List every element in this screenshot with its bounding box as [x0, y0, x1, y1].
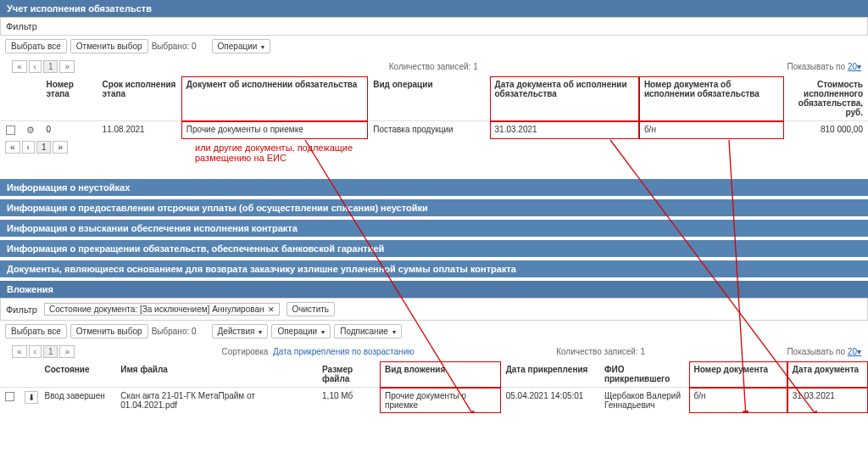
- caret-down-icon: [391, 327, 396, 336]
- p1-filter-bar[interactable]: Фильтр: [0, 17, 868, 36]
- p2-meta-row: « ‹ 1 » Сортировка Дата прикрепления по …: [0, 342, 868, 361]
- section-penalties[interactable]: Информация о неустойках: [0, 179, 868, 196]
- pager-page-1[interactable]: 1: [43, 60, 58, 73]
- p2-actions-btn[interactable]: Действия: [212, 324, 269, 338]
- panel-attachments-header: Вложения: [0, 281, 868, 298]
- pager-next[interactable]: »: [53, 141, 68, 154]
- p2-select-all-btn[interactable]: Выбрать все: [5, 324, 67, 338]
- th-cost[interactable]: Стоимость исполненного обязательства, ру…: [784, 76, 868, 121]
- cell-cost: 810 000,00: [784, 121, 868, 140]
- th-stage[interactable]: Номер этапа: [41, 76, 97, 121]
- table-row[interactable]: 0 11.08.2021 Прочие документы о приемке …: [0, 121, 868, 140]
- p2-clear-btn[interactable]: Очистить: [287, 302, 336, 316]
- cell-doc: Прочие документы о приемке: [181, 121, 368, 140]
- cell-dnum: б/н: [639, 121, 784, 140]
- p1-meta-row: « ‹ 1 » Количество записей: 1 Показывать…: [0, 57, 868, 76]
- pager-first[interactable]: «: [12, 60, 27, 73]
- cell-ddate: 31.03.2021: [490, 121, 639, 140]
- th-ddate[interactable]: Дата документа об исполнении обязательст…: [490, 76, 639, 121]
- p1-table: Номер этапа Срок исполнения этапа Докуме…: [0, 76, 868, 139]
- th2-state[interactable]: Состояние: [39, 361, 115, 388]
- pager-prev[interactable]: ‹: [29, 60, 42, 73]
- p2-state-filter-tag[interactable]: Состояние документа: [За исключением] Ан…: [44, 303, 280, 316]
- p1-selected-label: Выбрано: 0: [152, 42, 197, 51]
- row-checkbox[interactable]: [6, 126, 15, 135]
- p2-sort: Сортировка Дата прикрепления по возраста…: [221, 347, 414, 356]
- p1-clear-sel-btn[interactable]: Отменить выбор: [70, 39, 148, 53]
- cell-attached: 05.04.2021 14:05:01: [501, 388, 599, 414]
- p2-toolbar: Выбрать все Отменить выбор Выбрано: 0 Де…: [0, 321, 868, 342]
- caret-down-icon: [320, 327, 325, 336]
- cell-kind: Прочие документы о приемке: [380, 388, 501, 414]
- p1-ops-btn[interactable]: Операции: [212, 39, 271, 53]
- section-termination[interactable]: Информация о прекращении обязательств, о…: [0, 240, 868, 257]
- cell-stage: 0: [41, 121, 97, 140]
- row-checkbox[interactable]: [5, 392, 14, 401]
- pager-next[interactable]: »: [59, 60, 75, 73]
- download-icon[interactable]: [25, 391, 38, 404]
- panel-obligations-header: Учет исполнения обязательств: [0, 0, 868, 17]
- section-recovery[interactable]: Информация о взыскании обеспечения испол…: [0, 220, 868, 237]
- section-refund-docs[interactable]: Документы, являющиеся основанием для воз…: [0, 260, 868, 277]
- p2-filter-label: Фильтр: [6, 305, 37, 315]
- gear-icon[interactable]: [26, 126, 35, 135]
- p2-show-by: Показывать по 20▾: [787, 347, 861, 356]
- p2-show-by-link[interactable]: 20▾: [848, 347, 861, 356]
- p2-record-count: Количество записей: 1: [556, 347, 645, 356]
- p2-table: Состояние Имя файла Размер файла Вид вло…: [0, 361, 868, 413]
- p1-toolbar: Выбрать все Отменить выбор Выбрано: 0 Оп…: [0, 36, 868, 57]
- pager-page-1[interactable]: 1: [43, 345, 58, 358]
- p1-show-by: Показывать по 20▾: [787, 62, 861, 71]
- p1-record-count: Количество записей: 1: [389, 62, 478, 71]
- p1-pager-top: « ‹ 1 »: [7, 59, 80, 75]
- caret-down-icon: [259, 42, 264, 51]
- p2-clear-sel-btn[interactable]: Отменить выбор: [70, 324, 148, 338]
- cell-state: Ввод завершен: [39, 388, 115, 414]
- annotation-text: или другие документы, подлежащие размеще…: [195, 143, 390, 163]
- th2-date[interactable]: Дата документа: [787, 361, 868, 388]
- p2-selected-label: Выбрано: 0: [152, 327, 197, 336]
- th2-size[interactable]: Размер файла: [317, 361, 380, 388]
- cell-date: 31.03.2021: [787, 388, 868, 414]
- cell-due: 11.08.2021: [97, 121, 181, 140]
- cell-op: Поставка продукции: [368, 121, 489, 140]
- th-op[interactable]: Вид операции: [368, 76, 489, 121]
- th2-kind[interactable]: Вид вложения: [380, 361, 501, 388]
- cell-size: 1,10 Мб: [317, 388, 380, 414]
- th-due[interactable]: Срок исполнения этапа: [97, 76, 181, 121]
- caret-down-icon: [257, 327, 262, 336]
- p1-select-all-btn[interactable]: Выбрать все: [5, 39, 67, 53]
- th2-file[interactable]: Имя файла: [115, 361, 317, 388]
- pager-prev[interactable]: ‹: [22, 141, 35, 154]
- th2-attached[interactable]: Дата прикрепления: [501, 361, 599, 388]
- th2-num[interactable]: Номер документа: [689, 361, 787, 388]
- p2-signing-btn[interactable]: Подписание: [334, 324, 402, 338]
- pager-first[interactable]: «: [12, 345, 27, 358]
- th-dnum[interactable]: Номер документа об исполнении обязательс…: [639, 76, 784, 121]
- section-deferral[interactable]: Информация о предоставлении отсрочки упл…: [0, 199, 868, 216]
- p2-pager-top: « ‹ 1 »: [7, 344, 80, 360]
- p2-sort-link[interactable]: Дата прикрепления по возрастанию: [273, 347, 415, 356]
- cell-file: Скан акта 21-01-ГК МетаПрайм от 01.04.20…: [115, 388, 317, 414]
- pager-next[interactable]: »: [59, 345, 75, 358]
- pager-first[interactable]: «: [5, 141, 20, 154]
- table-row[interactable]: Ввод завершен Скан акта 21-01-ГК МетаПра…: [0, 388, 868, 414]
- p1-pager-bottom: « ‹ 1 »: [0, 139, 868, 155]
- close-icon[interactable]: [268, 305, 275, 314]
- th2-who[interactable]: ФИО прикрепившего: [599, 361, 689, 388]
- pager-prev[interactable]: ‹: [29, 345, 42, 358]
- cell-who: Щербаков Валерий Геннадьевич: [599, 388, 689, 414]
- th-doc[interactable]: Документ об исполнении обязательства: [181, 76, 368, 121]
- p1-show-by-link[interactable]: 20▾: [848, 62, 861, 71]
- p2-filter-bar: Фильтр Состояние документа: [За исключен…: [0, 298, 868, 321]
- pager-page-1[interactable]: 1: [36, 141, 52, 154]
- p2-ops-btn[interactable]: Операции: [271, 324, 331, 338]
- cell-num: б/н: [689, 388, 787, 414]
